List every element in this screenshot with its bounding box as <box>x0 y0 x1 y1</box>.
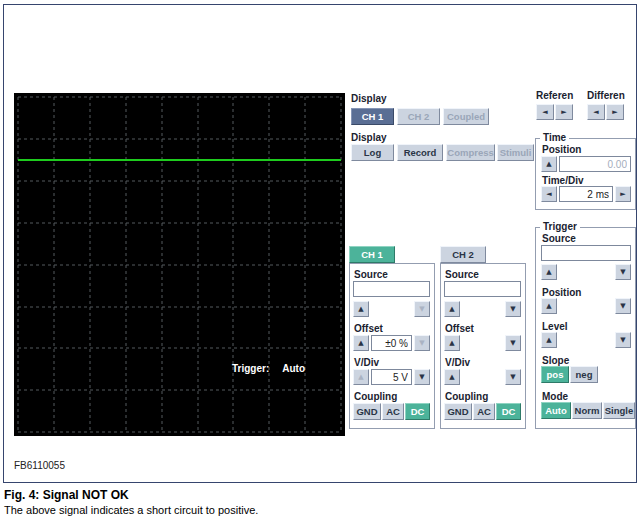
reference-next-button[interactable]: ► <box>555 104 573 120</box>
down-arrow-icon: ▼ <box>620 269 625 276</box>
up-arrow-icon: ▲ <box>546 337 551 344</box>
time-position-field[interactable] <box>559 156 631 172</box>
ch1-source-up-button[interactable]: ▲ <box>353 301 369 317</box>
slope-pos-button[interactable]: pos <box>541 366 569 383</box>
compress-button[interactable]: Compress <box>446 144 495 161</box>
up-arrow-icon: ▲ <box>358 374 363 381</box>
trigger-readout-label: Trigger: <box>232 363 269 374</box>
display-ch2-button[interactable]: CH 2 <box>397 108 440 125</box>
ch1-vdiv-label: V/Div <box>354 357 379 368</box>
ch2-vdiv-down-button[interactable]: ▼ <box>505 369 521 385</box>
oscilloscope-display: Trigger: Auto <box>14 93 345 436</box>
left-arrow-icon: ◄ <box>593 109 598 116</box>
trigger-position-down-button[interactable]: ▼ <box>615 298 631 314</box>
ch1-offset-field[interactable] <box>371 335 412 351</box>
reference-prev-button[interactable]: ◄ <box>536 104 554 120</box>
figure-caption-title: Fig. 4: Signal NOT OK <box>4 488 129 502</box>
ch2-coupling-ac-button[interactable]: AC <box>473 403 495 420</box>
record-button[interactable]: Record <box>397 144 443 161</box>
ch1-offset-up-button[interactable]: ▲ <box>353 335 369 351</box>
figure-code: FB6110055 <box>14 460 65 471</box>
ch1-coupling-ac-button[interactable]: AC <box>382 403 404 420</box>
ch1-offset-down-button[interactable]: ▼ <box>414 335 430 351</box>
difference-label: Differen <box>587 90 625 101</box>
display-channels-label: Display <box>351 93 387 104</box>
ch2-coupling-dc-button[interactable]: DC <box>496 403 521 420</box>
up-arrow-icon: ▲ <box>449 340 454 347</box>
ch1-source-down-button[interactable]: ▼ <box>414 301 430 317</box>
ch2-vdiv-up-button[interactable]: ▲ <box>444 369 460 385</box>
display-modes-label: Display <box>351 132 387 143</box>
ch1-coupling-label: Coupling <box>354 391 397 402</box>
display-ch1-button[interactable]: CH 1 <box>351 108 394 125</box>
time-div-label: Time/Div <box>542 175 584 186</box>
scope-grid <box>14 93 345 436</box>
down-arrow-icon: ▼ <box>510 340 515 347</box>
log-button[interactable]: Log <box>351 144 394 161</box>
right-arrow-icon: ► <box>612 109 617 116</box>
mode-norm-button[interactable]: Norm <box>572 402 602 419</box>
trigger-slope-label: Slope <box>542 355 569 366</box>
trigger-mode-label: Mode <box>542 391 568 402</box>
ch1-coupling-dc-button[interactable]: DC <box>405 403 430 420</box>
up-arrow-icon: ▲ <box>546 161 551 168</box>
mode-auto-button[interactable]: Auto <box>541 402 571 419</box>
ch2-tab-button[interactable]: CH 2 <box>440 246 486 263</box>
ch2-source-up-button[interactable]: ▲ <box>444 301 460 317</box>
time-div-increase-button[interactable]: ► <box>615 186 631 202</box>
trigger-source-field[interactable] <box>541 245 631 261</box>
up-arrow-icon: ▲ <box>449 374 454 381</box>
trigger-source-label: Source <box>542 233 576 244</box>
time-div-decrease-button[interactable]: ◄ <box>541 186 557 202</box>
trigger-level-label: Level <box>542 321 568 332</box>
down-arrow-icon: ▼ <box>620 337 625 344</box>
up-arrow-icon: ▲ <box>546 303 551 310</box>
time-position-up-button[interactable]: ▲ <box>541 156 557 172</box>
content-frame: Trigger: Auto Display CH 1 CH 2 Coupled … <box>3 4 637 483</box>
ch2-source-down-button[interactable]: ▼ <box>505 301 521 317</box>
mode-single-button[interactable]: Single <box>603 402 635 419</box>
up-arrow-icon: ▲ <box>449 306 454 313</box>
time-group-label: Time <box>540 132 569 143</box>
right-arrow-icon: ► <box>561 109 566 116</box>
trigger-level-up-button[interactable]: ▲ <box>541 332 557 348</box>
ch1-vdiv-field[interactable] <box>371 369 412 385</box>
ch1-offset-label: Offset <box>354 323 383 334</box>
figure-caption-text: The above signal indicates a short circu… <box>4 504 258 516</box>
display-coupled-button[interactable]: Coupled <box>443 108 489 125</box>
ch2-offset-up-button[interactable]: ▲ <box>444 335 460 351</box>
difference-prev-button[interactable]: ◄ <box>587 104 605 120</box>
up-arrow-icon: ▲ <box>358 306 363 313</box>
trigger-readout: Trigger: Auto <box>232 363 305 374</box>
ch1-coupling-gnd-button[interactable]: GND <box>353 403 381 420</box>
trigger-position-up-button[interactable]: ▲ <box>541 298 557 314</box>
time-div-field[interactable] <box>559 186 613 202</box>
trigger-source-down-button[interactable]: ▼ <box>615 264 631 280</box>
ch2-offset-label: Offset <box>445 323 474 334</box>
ch2-source-field[interactable] <box>444 281 521 297</box>
ch2-coupling-gnd-button[interactable]: GND <box>444 403 472 420</box>
stimuli-button[interactable]: Stimuli <box>497 144 534 161</box>
ch2-offset-down-button[interactable]: ▼ <box>505 335 521 351</box>
slope-neg-button[interactable]: neg <box>570 366 598 383</box>
ch2-coupling-label: Coupling <box>445 391 488 402</box>
ch2-vdiv-label: V/Div <box>445 357 470 368</box>
ch1-vdiv-up-button[interactable]: ▲ <box>353 369 369 385</box>
ch2-source-label: Source <box>445 269 479 280</box>
down-arrow-icon: ▼ <box>419 306 424 313</box>
trigger-source-up-button[interactable]: ▲ <box>541 264 557 280</box>
trigger-position-label: Position <box>542 287 581 298</box>
up-arrow-icon: ▲ <box>358 340 363 347</box>
trigger-readout-value: Auto <box>282 363 305 374</box>
up-arrow-icon: ▲ <box>546 269 551 276</box>
down-arrow-icon: ▼ <box>419 374 424 381</box>
trigger-level-down-button[interactable]: ▼ <box>615 332 631 348</box>
ch1-source-field[interactable] <box>353 281 430 297</box>
ch1-tab-button[interactable]: CH 1 <box>349 246 395 263</box>
difference-next-button[interactable]: ► <box>606 104 624 120</box>
left-arrow-icon: ◄ <box>546 191 551 198</box>
down-arrow-icon: ▼ <box>510 374 515 381</box>
down-arrow-icon: ▼ <box>510 306 515 313</box>
ch1-vdiv-down-button[interactable]: ▼ <box>414 369 430 385</box>
time-position-label: Position <box>542 144 581 155</box>
